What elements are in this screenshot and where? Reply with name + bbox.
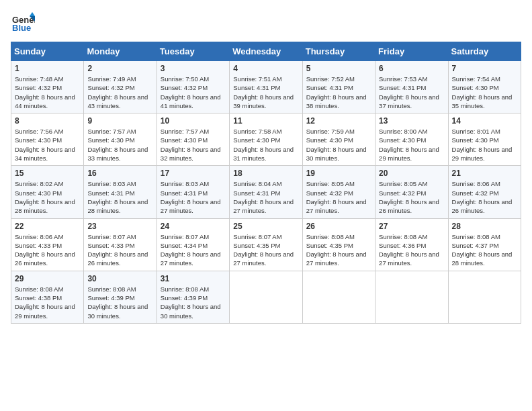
day-number: 15 xyxy=(15,169,80,178)
day-number: 10 xyxy=(161,116,226,126)
day-number: 30 xyxy=(87,274,152,283)
calendar-table: SundayMondayTuesdayWednesdayThursdayFrid… xyxy=(11,42,521,324)
day-number: 26 xyxy=(306,222,371,231)
day-number: 24 xyxy=(161,222,226,231)
calendar-header-saturday: Saturday xyxy=(448,42,521,61)
calendar-cell xyxy=(448,271,521,323)
cell-info: Sunrise: 8:08 AM Sunset: 4:37 PM Dayligh… xyxy=(452,232,517,268)
day-number: 28 xyxy=(452,222,517,231)
cell-info: Sunrise: 8:08 AM Sunset: 4:36 PM Dayligh… xyxy=(379,232,444,268)
day-number: 3 xyxy=(161,64,226,73)
cell-info: Sunrise: 8:07 AM Sunset: 4:34 PM Dayligh… xyxy=(161,232,226,268)
day-number: 6 xyxy=(379,64,444,73)
day-number: 1 xyxy=(15,64,80,73)
calendar-cell: 7Sunrise: 7:54 AM Sunset: 4:30 PM Daylig… xyxy=(448,61,521,113)
calendar-week-row: 22Sunrise: 8:06 AM Sunset: 4:33 PM Dayli… xyxy=(11,218,521,271)
calendar-cell: 26Sunrise: 8:08 AM Sunset: 4:35 PM Dayli… xyxy=(302,218,375,271)
cell-info: Sunrise: 7:49 AM Sunset: 4:32 PM Dayligh… xyxy=(87,75,152,110)
calendar-cell: 1Sunrise: 7:48 AM Sunset: 4:32 PM Daylig… xyxy=(11,61,84,113)
calendar-cell: 4Sunrise: 7:51 AM Sunset: 4:31 PM Daylig… xyxy=(230,61,302,113)
calendar-header-sunday: Sunday xyxy=(11,42,84,61)
cell-info: Sunrise: 7:52 AM Sunset: 4:31 PM Dayligh… xyxy=(306,75,371,110)
cell-info: Sunrise: 8:00 AM Sunset: 4:30 PM Dayligh… xyxy=(379,127,444,163)
cell-info: Sunrise: 8:03 AM Sunset: 4:31 PM Dayligh… xyxy=(161,179,226,215)
day-number: 14 xyxy=(452,116,517,126)
cell-info: Sunrise: 8:03 AM Sunset: 4:31 PM Dayligh… xyxy=(87,179,152,215)
cell-info: Sunrise: 8:07 AM Sunset: 4:35 PM Dayligh… xyxy=(233,232,298,268)
day-number: 25 xyxy=(233,222,298,231)
calendar-cell: 21Sunrise: 8:06 AM Sunset: 4:32 PM Dayli… xyxy=(448,166,521,218)
day-number: 2 xyxy=(87,64,152,73)
day-number: 29 xyxy=(15,274,80,283)
calendar-cell: 15Sunrise: 8:02 AM Sunset: 4:30 PM Dayli… xyxy=(11,166,84,218)
cell-info: Sunrise: 8:08 AM Sunset: 4:38 PM Dayligh… xyxy=(15,285,80,320)
day-number: 21 xyxy=(452,169,517,178)
calendar-cell: 16Sunrise: 8:03 AM Sunset: 4:31 PM Dayli… xyxy=(84,166,157,218)
calendar-cell: 8Sunrise: 7:56 AM Sunset: 4:30 PM Daylig… xyxy=(11,113,84,166)
cell-info: Sunrise: 7:57 AM Sunset: 4:30 PM Dayligh… xyxy=(161,127,226,163)
cell-info: Sunrise: 8:05 AM Sunset: 4:32 PM Dayligh… xyxy=(379,179,444,215)
day-number: 23 xyxy=(87,222,152,231)
calendar-cell: 20Sunrise: 8:05 AM Sunset: 4:32 PM Dayli… xyxy=(375,166,448,218)
cell-info: Sunrise: 8:02 AM Sunset: 4:30 PM Dayligh… xyxy=(15,179,80,215)
calendar-cell: 2Sunrise: 7:49 AM Sunset: 4:32 PM Daylig… xyxy=(84,61,157,113)
cell-info: Sunrise: 8:05 AM Sunset: 4:32 PM Dayligh… xyxy=(306,179,371,215)
calendar-cell: 12Sunrise: 7:59 AM Sunset: 4:30 PM Dayli… xyxy=(302,113,375,166)
day-number: 27 xyxy=(379,222,444,231)
calendar-header-tuesday: Tuesday xyxy=(157,42,229,61)
cell-info: Sunrise: 7:57 AM Sunset: 4:30 PM Dayligh… xyxy=(87,127,152,163)
day-number: 20 xyxy=(379,169,444,178)
day-number: 19 xyxy=(306,169,371,178)
calendar-cell: 30Sunrise: 8:08 AM Sunset: 4:39 PM Dayli… xyxy=(84,271,157,323)
cell-info: Sunrise: 8:06 AM Sunset: 4:32 PM Dayligh… xyxy=(452,179,517,215)
calendar-cell: 13Sunrise: 8:00 AM Sunset: 4:30 PM Dayli… xyxy=(375,113,448,166)
calendar-cell: 19Sunrise: 8:05 AM Sunset: 4:32 PM Dayli… xyxy=(302,166,375,218)
calendar-cell: 9Sunrise: 7:57 AM Sunset: 4:30 PM Daylig… xyxy=(84,113,157,166)
day-number: 9 xyxy=(87,116,152,126)
cell-info: Sunrise: 7:53 AM Sunset: 4:31 PM Dayligh… xyxy=(379,75,444,110)
calendar-cell: 3Sunrise: 7:50 AM Sunset: 4:32 PM Daylig… xyxy=(157,61,229,113)
day-number: 31 xyxy=(161,274,226,283)
calendar-cell xyxy=(375,271,448,323)
cell-info: Sunrise: 7:54 AM Sunset: 4:30 PM Dayligh… xyxy=(452,75,517,110)
calendar-cell: 25Sunrise: 8:07 AM Sunset: 4:35 PM Dayli… xyxy=(230,218,302,271)
calendar-cell xyxy=(230,271,302,323)
cell-info: Sunrise: 7:48 AM Sunset: 4:32 PM Dayligh… xyxy=(15,75,80,110)
svg-marker-2 xyxy=(30,12,35,16)
day-number: 13 xyxy=(379,116,444,126)
calendar-header-thursday: Thursday xyxy=(302,42,375,61)
logo: General Blue xyxy=(11,11,35,35)
cell-info: Sunrise: 7:58 AM Sunset: 4:30 PM Dayligh… xyxy=(233,127,298,163)
calendar-cell: 29Sunrise: 8:08 AM Sunset: 4:38 PM Dayli… xyxy=(11,271,84,323)
calendar-header-wednesday: Wednesday xyxy=(230,42,302,61)
cell-info: Sunrise: 8:07 AM Sunset: 4:33 PM Dayligh… xyxy=(87,232,152,268)
cell-info: Sunrise: 8:04 AM Sunset: 4:31 PM Dayligh… xyxy=(233,179,298,215)
day-number: 5 xyxy=(306,64,371,73)
calendar-cell: 18Sunrise: 8:04 AM Sunset: 4:31 PM Dayli… xyxy=(230,166,302,218)
calendar-cell: 11Sunrise: 7:58 AM Sunset: 4:30 PM Dayli… xyxy=(230,113,302,166)
day-number: 18 xyxy=(233,169,298,178)
calendar-cell: 17Sunrise: 8:03 AM Sunset: 4:31 PM Dayli… xyxy=(157,166,229,218)
calendar-cell: 27Sunrise: 8:08 AM Sunset: 4:36 PM Dayli… xyxy=(375,218,448,271)
cell-info: Sunrise: 8:08 AM Sunset: 4:39 PM Dayligh… xyxy=(161,285,226,320)
calendar-cell xyxy=(302,271,375,323)
cell-info: Sunrise: 7:51 AM Sunset: 4:31 PM Dayligh… xyxy=(233,75,298,110)
calendar-cell: 22Sunrise: 8:06 AM Sunset: 4:33 PM Dayli… xyxy=(11,218,84,271)
cell-info: Sunrise: 7:59 AM Sunset: 4:30 PM Dayligh… xyxy=(306,127,371,163)
day-number: 12 xyxy=(306,116,371,126)
cell-info: Sunrise: 7:56 AM Sunset: 4:30 PM Dayligh… xyxy=(15,127,80,163)
day-number: 8 xyxy=(15,116,80,126)
cell-info: Sunrise: 7:50 AM Sunset: 4:32 PM Dayligh… xyxy=(161,75,226,110)
calendar-cell: 10Sunrise: 7:57 AM Sunset: 4:30 PM Dayli… xyxy=(157,113,229,166)
calendar-body: 1Sunrise: 7:48 AM Sunset: 4:32 PM Daylig… xyxy=(11,61,521,324)
calendar-header-row: SundayMondayTuesdayWednesdayThursdayFrid… xyxy=(11,42,521,61)
calendar-cell: 28Sunrise: 8:08 AM Sunset: 4:37 PM Dayli… xyxy=(448,218,521,271)
day-number: 16 xyxy=(87,169,152,178)
cell-info: Sunrise: 8:08 AM Sunset: 4:39 PM Dayligh… xyxy=(87,285,152,320)
calendar-cell: 6Sunrise: 7:53 AM Sunset: 4:31 PM Daylig… xyxy=(375,61,448,113)
day-number: 11 xyxy=(233,116,298,126)
calendar-header-monday: Monday xyxy=(84,42,157,61)
day-number: 7 xyxy=(452,64,517,73)
calendar-week-row: 29Sunrise: 8:08 AM Sunset: 4:38 PM Dayli… xyxy=(11,271,521,323)
calendar-header-friday: Friday xyxy=(375,42,448,61)
